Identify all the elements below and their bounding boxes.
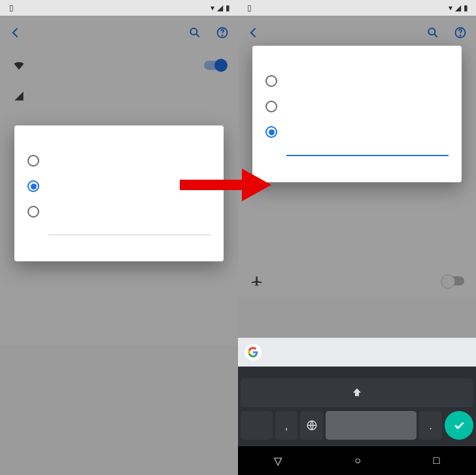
help-icon[interactable] (216, 26, 229, 39)
radio-icon (27, 155, 39, 167)
wifi-toggle[interactable] (204, 61, 226, 70)
signal-list-icon (12, 90, 26, 102)
svg-point-3 (428, 28, 435, 35)
nav-home[interactable]: ○ (354, 455, 361, 467)
radio-hostname[interactable] (265, 119, 449, 144)
keyboard: , . ▽ ○ □ (238, 338, 476, 475)
wifi-icon: ▾ (449, 3, 452, 12)
battery-icon: ▮ (464, 3, 468, 12)
space-key[interactable] (326, 411, 416, 440)
dns-hostname-input[interactable] (286, 147, 449, 156)
airplane-item[interactable] (238, 265, 476, 297)
nav-hide-keyboard[interactable]: ▽ (274, 455, 282, 467)
system-nav: ▽ ○ □ (238, 446, 476, 475)
status-bar: ▯ ▾ ◢ ▮ (238, 0, 476, 16)
screenshot-icon: ▯ (9, 3, 14, 12)
mobile-item[interactable] (0, 81, 238, 111)
svg-point-2 (222, 35, 223, 36)
airplane-toggle[interactable] (442, 276, 464, 286)
svg-marker-8 (242, 169, 271, 201)
svg-point-0 (190, 28, 197, 35)
status-icons: ▾ ◢ ▮ (211, 3, 233, 12)
radio-icon (265, 101, 277, 112)
back-icon[interactable] (247, 26, 260, 39)
radio-icon (27, 180, 39, 192)
radio-off[interactable] (265, 68, 449, 93)
period-key[interactable]: . (419, 411, 442, 440)
radio-icon (27, 206, 39, 218)
radio-icon (265, 75, 277, 87)
app-bar (0, 16, 238, 50)
google-icon[interactable] (245, 344, 262, 361)
enter-key[interactable] (445, 411, 473, 440)
status-icons: ▾ ◢ ▮ (449, 3, 471, 12)
status-bar: ▯ ▾ ◢ ▮ (0, 0, 238, 16)
signal-icon: ◢ (217, 3, 223, 12)
airplane-icon (250, 274, 264, 287)
radio-icon (265, 126, 277, 138)
suggestion-bar[interactable] (238, 338, 476, 367)
comma-key[interactable]: , (275, 411, 298, 440)
search-icon[interactable] (426, 26, 439, 39)
dns-hostname-input[interactable] (48, 227, 211, 235)
shift-key[interactable] (241, 378, 473, 407)
app-bar (238, 16, 476, 50)
battery-icon: ▮ (226, 3, 230, 12)
radio-auto[interactable] (265, 93, 449, 119)
wifi-icon: ▾ (211, 3, 214, 12)
signal-icon: ◢ (455, 3, 461, 12)
dns-dialog-right (252, 46, 462, 182)
back-icon[interactable] (9, 26, 22, 39)
symbols-key[interactable] (241, 411, 273, 440)
wifi-item[interactable] (0, 50, 238, 81)
svg-point-5 (460, 35, 461, 36)
phone-right: ▯ ▾ ◢ ▮ (238, 0, 476, 475)
phone-left: ▯ ▾ ◢ ▮ (0, 0, 238, 475)
nav-recents[interactable]: □ (434, 455, 440, 467)
svg-rect-7 (180, 180, 245, 190)
search-icon[interactable] (188, 26, 201, 39)
help-icon[interactable] (454, 26, 467, 39)
language-key[interactable] (300, 411, 323, 440)
screenshot-icon: ▯ (247, 3, 252, 12)
tutorial-arrow (180, 169, 271, 204)
wifi-list-icon (12, 59, 26, 72)
private-dns-item[interactable] (0, 325, 238, 345)
